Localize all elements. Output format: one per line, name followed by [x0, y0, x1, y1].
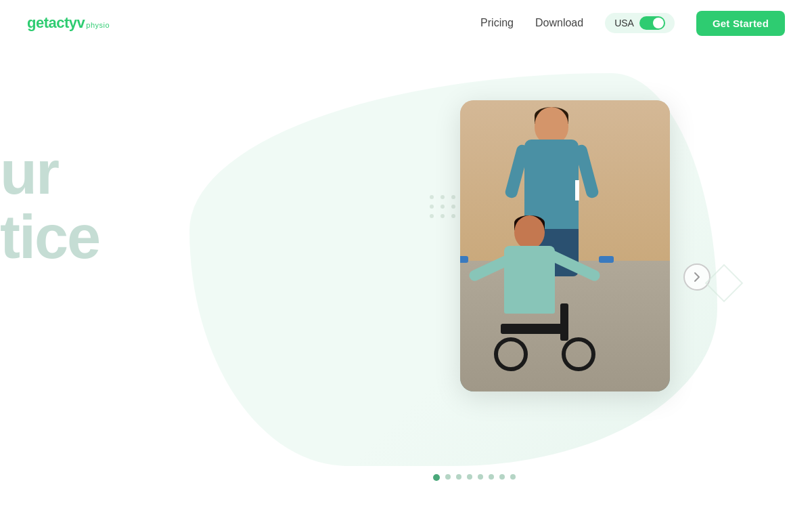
get-started-button[interactable]: Get Started: [696, 11, 785, 36]
carousel-dot-6[interactable]: [489, 474, 494, 480]
download-link[interactable]: Download: [535, 17, 583, 29]
patient-head: [514, 215, 545, 249]
wheelchair-wheel-right: [562, 337, 595, 371]
region-toggle[interactable]: USA: [605, 13, 675, 33]
carousel-dot-5[interactable]: [478, 474, 483, 480]
hero-title-line2: tice: [0, 205, 99, 270]
dot-11: [430, 214, 434, 218]
carousel-next-arrow[interactable]: [683, 263, 710, 291]
card-inner: [460, 100, 670, 391]
carousel-dot-8[interactable]: [510, 474, 516, 480]
chevron-right-icon: [692, 272, 702, 282]
physio-head: [535, 107, 568, 144]
carousel-dot-1[interactable]: [433, 474, 440, 481]
carousel-dot-2[interactable]: [445, 474, 451, 480]
nav-right: Pricing Download USA Get Started: [480, 11, 785, 36]
toggle-knob: [653, 18, 664, 28]
toggle-switch[interactable]: [639, 16, 665, 30]
dumbbell-left: [460, 256, 468, 263]
region-label: USA: [614, 18, 634, 28]
dot-1: [430, 195, 434, 199]
dumbbell-right: [599, 256, 614, 263]
hero-title-line1: ur: [0, 141, 99, 205]
wheelchair: [494, 303, 602, 371]
logo-sub: physio: [86, 21, 110, 29]
hero-section: ur tice: [0, 46, 812, 508]
pricing-link[interactable]: Pricing: [480, 17, 514, 29]
hero-text-block: ur tice: [0, 141, 99, 269]
wheelchair-wheel-left: [494, 337, 528, 371]
dot-2: [441, 195, 445, 199]
logo-brand: getactyv: [27, 14, 85, 32]
carousel-dot-7[interactable]: [499, 474, 505, 480]
dot-12: [441, 214, 445, 218]
logo[interactable]: getactyv physio: [27, 14, 110, 32]
hero-image-card: [460, 100, 670, 391]
physio-badge: [575, 180, 579, 200]
carousel-dot-4[interactable]: [467, 474, 472, 480]
navbar: getactyv physio Pricing Download USA Get…: [0, 0, 812, 46]
dot-13: [451, 214, 455, 218]
wheelchair-back: [560, 303, 568, 341]
dot-3: [451, 195, 455, 199]
physio-illustration: [460, 100, 670, 391]
carousel-dots: [433, 474, 516, 481]
patient-figure: [480, 215, 616, 371]
carousel-dot-3[interactable]: [456, 474, 461, 480]
dot-8: [451, 205, 455, 209]
dot-6: [430, 205, 434, 209]
wheelchair-seat: [501, 324, 568, 334]
dot-7: [441, 205, 445, 209]
